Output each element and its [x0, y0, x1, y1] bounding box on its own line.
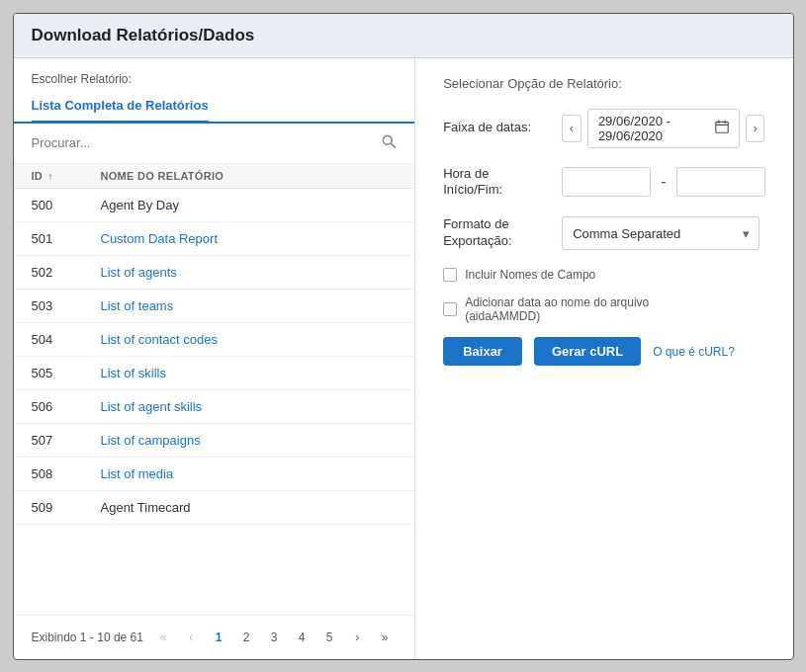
sort-arrow: ↑: [47, 171, 52, 182]
right-panel: Selecionar Opção de Relatório: Faixa de …: [415, 58, 792, 659]
cell-id: 505: [32, 366, 101, 380]
cell-name[interactable]: List of agent skills: [101, 399, 398, 414]
table-row: 500Agent By Day: [14, 189, 415, 222]
page-prev-btn[interactable]: ‹: [179, 626, 203, 649]
export-select-wrapper: Comma Separated Tab Separated Excel: [562, 216, 764, 250]
tab-full-list[interactable]: Lista Completa de Relatórios: [32, 92, 209, 124]
include-fields-checkbox[interactable]: [443, 268, 457, 282]
cell-name[interactable]: List of agents: [101, 265, 398, 280]
cell-name[interactable]: List of contact codes: [101, 332, 398, 347]
page-first-btn[interactable]: «: [151, 626, 175, 649]
search-input[interactable]: [32, 135, 382, 150]
title-bar: Download Relatórios/Dados: [14, 14, 793, 58]
date-range-label: Faixa de datas:: [443, 120, 562, 136]
table-row: 501Custom Data Report: [14, 222, 415, 256]
download-button[interactable]: Baixar: [443, 337, 522, 366]
date-range-controls: ‹ 29/06/2020 - 29/06/2020: [562, 109, 764, 148]
time-inputs: -: [562, 167, 764, 197]
cell-id: 502: [32, 265, 101, 280]
svg-rect-2: [716, 122, 728, 132]
table-row: 503List of teams: [14, 290, 415, 323]
page-1-btn[interactable]: 1: [207, 626, 230, 649]
table-row: 508List of media: [14, 458, 415, 491]
page-title: Download Relatórios/Dados: [32, 26, 775, 45]
cell-name[interactable]: List of skills: [101, 366, 398, 380]
page-4-btn[interactable]: 4: [290, 626, 313, 649]
what-is-curl-link[interactable]: O que é cURL?: [653, 345, 735, 359]
choose-report-label: Escolher Relatório:: [14, 58, 415, 92]
cell-id: 508: [32, 466, 101, 481]
page-3-btn[interactable]: 3: [262, 626, 286, 649]
date-range-text: 29/06/2020 - 29/06/2020: [598, 114, 707, 143]
tab-bar: Lista Completa de Relatórios: [14, 92, 415, 124]
select-wrapper: Comma Separated Tab Separated Excel: [562, 216, 760, 250]
table-row: 502List of agents: [14, 256, 415, 290]
date-display: 29/06/2020 - 29/06/2020: [587, 109, 740, 148]
pagination-controls: « ‹ 1 2 3 4 5 › »: [151, 626, 397, 649]
search-bar: [14, 124, 415, 164]
cell-id: 504: [32, 332, 101, 347]
left-panel: Escolher Relatório: Lista Completa de Re…: [14, 58, 416, 659]
date-next-btn[interactable]: ›: [746, 115, 765, 142]
curl-button[interactable]: Gerar cURL: [534, 337, 641, 366]
cell-name[interactable]: List of media: [101, 466, 398, 481]
export-select[interactable]: Comma Separated Tab Separated Excel: [562, 216, 760, 250]
pagination: Exibindo 1 - 10 de 61 « ‹ 1 2 3 4 5 › »: [14, 615, 415, 659]
pagination-summary: Exibindo 1 - 10 de 61: [32, 630, 143, 644]
table-row: 507List of campaigns: [14, 424, 415, 458]
page-next-btn[interactable]: ›: [345, 626, 369, 649]
main-window: Download Relatórios/Dados Escolher Relat…: [13, 13, 794, 660]
action-row: Baixar Gerar cURL O que é cURL?: [443, 337, 764, 366]
cell-name: Agent Timecard: [101, 500, 398, 515]
calendar-icon[interactable]: [715, 120, 729, 136]
page-last-btn[interactable]: »: [373, 626, 397, 649]
time-end-input[interactable]: [676, 167, 765, 197]
col-name-header: NOME DO RELATÓRIO: [101, 170, 398, 182]
search-icon: [381, 133, 397, 153]
include-fields-label: Incluir Nomes de Campo: [465, 268, 595, 282]
checkbox-section: Incluir Nomes de Campo Adicionar data ao…: [443, 268, 764, 323]
right-section-label: Selecionar Opção de Relatório:: [443, 76, 764, 91]
time-row: -: [562, 167, 764, 197]
table-body: 500Agent By Day501Custom Data Report502L…: [14, 189, 415, 615]
export-format-row: Formato deExportação: Comma Separated Ta…: [443, 216, 764, 250]
cell-name[interactable]: List of teams: [101, 298, 398, 313]
time-separator: -: [661, 173, 666, 191]
date-range-value: ‹ 29/06/2020 - 29/06/2020: [562, 109, 764, 148]
table-row: 509Agent Timecard: [14, 491, 415, 525]
col-id-header: ID ↑: [32, 170, 101, 182]
table-row: 506List of agent skills: [14, 390, 415, 424]
cell-id: 500: [32, 198, 101, 212]
cell-name: Agent By Day: [101, 198, 398, 212]
date-prev-btn[interactable]: ‹: [562, 115, 582, 142]
date-range-row: Faixa de datas: ‹ 29/06/2020 - 29/06/202…: [443, 109, 764, 148]
time-label: Hora deInício/Fim:: [443, 166, 562, 200]
add-date-label: Adicionar data ao nome do arquivo(aidaAM…: [465, 295, 649, 323]
cell-id: 503: [32, 298, 101, 313]
table-row: 504List of contact codes: [14, 323, 415, 357]
cell-id: 506: [32, 399, 101, 414]
time-start-input[interactable]: [562, 167, 651, 197]
cell-name[interactable]: Custom Data Report: [101, 231, 398, 246]
table-row: 505List of skills: [14, 357, 415, 390]
content-area: Escolher Relatório: Lista Completa de Re…: [14, 58, 793, 659]
cell-id: 501: [32, 231, 101, 246]
table-header: ID ↑ NOME DO RELATÓRIO: [14, 164, 415, 189]
add-date-checkbox[interactable]: [443, 302, 457, 316]
cell-id: 507: [32, 433, 101, 448]
cell-id: 509: [32, 500, 101, 515]
svg-line-1: [392, 143, 396, 147]
cell-name[interactable]: List of campaigns: [101, 433, 398, 448]
time-form-row: Hora deInício/Fim: -: [443, 166, 764, 200]
add-date-row: Adicionar data ao nome do arquivo(aidaAM…: [443, 295, 764, 323]
page-5-btn[interactable]: 5: [317, 626, 341, 649]
include-fields-row: Incluir Nomes de Campo: [443, 268, 764, 282]
page-2-btn[interactable]: 2: [234, 626, 258, 649]
export-label: Formato deExportação:: [443, 216, 562, 250]
